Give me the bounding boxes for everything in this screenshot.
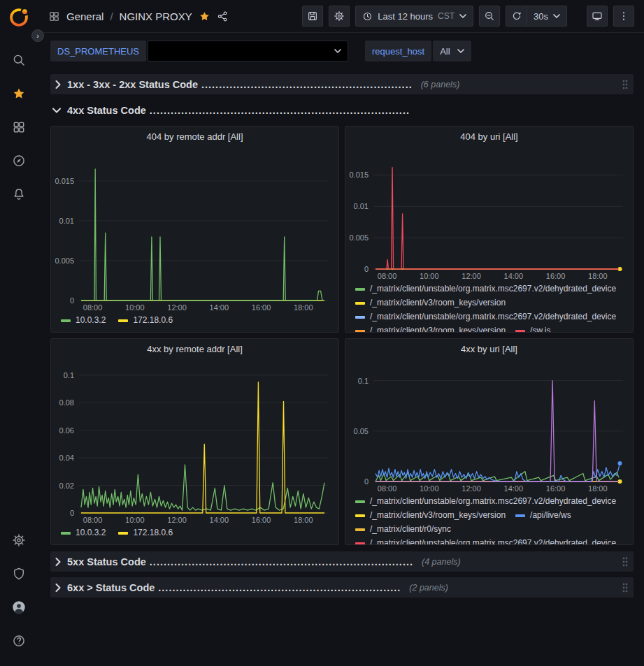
grafana-logo[interactable]: [8, 7, 29, 28]
legend-label: /_matrix/client/v3/room_keys/version: [370, 325, 506, 332]
row-title: 1xx - 3xx - 2xx Status Code: [67, 79, 198, 90]
legend-marker: [355, 514, 365, 517]
sidebar-item-explore[interactable]: [5, 147, 33, 175]
breadcrumb: General / NGINX PROXY: [48, 10, 229, 22]
save-icon: [307, 10, 318, 22]
breadcrumb-dashboard-title[interactable]: NGINX PROXY: [120, 10, 192, 22]
panel-title[interactable]: 4xx by remote addr [All]: [51, 339, 338, 360]
legend-item[interactable]: 10.0.3.2: [61, 527, 106, 539]
chart-canvas: 00.0050.010.01508:0010:0012:0014:0016:00…: [345, 147, 633, 282]
svg-text:18:00: 18:00: [294, 516, 313, 524]
legend-item[interactable]: /_matrix/client/unstable/org.matrix.msc2…: [355, 283, 616, 295]
save-dashboard-button[interactable]: [302, 6, 323, 27]
legend-item[interactable]: 10.0.3.2: [61, 314, 106, 326]
svg-text:10:00: 10:00: [420, 272, 439, 280]
legend-item[interactable]: /_matrix/client/unstable/org.matrix.msc2…: [355, 495, 616, 507]
svg-text:14:00: 14:00: [504, 272, 524, 280]
row-title: 5xx Status Code: [67, 556, 146, 567]
svg-text:12:00: 12:00: [461, 484, 481, 493]
dashboards-grid-icon: [12, 120, 26, 134]
refresh-button[interactable]: [506, 6, 527, 27]
svg-text:0.08: 0.08: [59, 398, 74, 407]
legend-item[interactable]: /_matrix/client/v3/room_keys/version: [355, 509, 506, 521]
legend-item[interactable]: /_matrix/client/v3/room_keys/version: [355, 297, 506, 309]
legend-item[interactable]: 172.18.0.6: [118, 527, 173, 539]
legend-item[interactable]: /_matrix/client/v3/room_keys/version: [355, 325, 506, 332]
refresh-interval-label: 30s: [534, 11, 548, 22]
sidebar-item-server-admin[interactable]: [5, 560, 33, 588]
request-host-value: All: [440, 46, 450, 57]
timeseries-chart[interactable]: 00.020.040.060.080.108:0010:0012:0014:00…: [51, 360, 338, 526]
row-header-4xx[interactable]: 4xx Status Code ........................…: [50, 100, 634, 120]
svg-text:18:00: 18:00: [588, 484, 608, 493]
datasource-select[interactable]: [148, 41, 348, 61]
chart-canvas: 00.050.108:0010:0012:0014:0016:0018:00: [345, 360, 633, 494]
legend-label: 172.18.0.6: [133, 527, 173, 539]
legend-label: /api/live/ws: [530, 509, 571, 521]
legend-marker: [515, 330, 525, 333]
legend-label: 10.0.3.2: [76, 527, 106, 539]
svg-text:08:00: 08:00: [378, 484, 397, 493]
breadcrumb-folder[interactable]: General: [66, 10, 103, 22]
row-header-1xx-3xx-2xx[interactable]: 1xx - 3xx - 2xx Status Code ............…: [50, 74, 634, 94]
panel-title[interactable]: 4xx by uri [All]: [345, 339, 633, 360]
search-button[interactable]: [5, 46, 33, 74]
sidebar-item-dashboards[interactable]: [5, 113, 33, 141]
panel-title[interactable]: 404 by remote addr [All]: [51, 126, 338, 147]
svg-text:0.01: 0.01: [59, 217, 74, 225]
svg-text:0.1: 0.1: [64, 371, 74, 379]
dashboard-settings-button[interactable]: [329, 6, 350, 27]
legend-item[interactable]: /sw.js: [515, 325, 550, 332]
legend-item[interactable]: /_matrix/client/unstable/org.matrix.msc2…: [355, 537, 616, 544]
timeseries-chart[interactable]: 00.050.108:0010:0012:0014:0016:0018:00: [345, 360, 633, 494]
kiosk-mode-button[interactable]: [587, 6, 608, 27]
zoom-out-button[interactable]: [479, 6, 500, 27]
refresh-interval-picker[interactable]: 30s: [527, 6, 567, 27]
chart-legend: /_matrix/client/unstable/org.matrix.msc2…: [345, 282, 633, 332]
sidebar-item-alerting[interactable]: [5, 180, 33, 208]
legend-label: /_matrix/client/unstable/org.matrix.msc2…: [370, 283, 616, 295]
legend-label: /_matrix/client/v3/room_keys/version: [370, 297, 506, 309]
more-menu-button[interactable]: [613, 6, 634, 27]
legend-item[interactable]: /api/live/ws: [515, 509, 571, 521]
legend-item[interactable]: /_matrix/client/r0/sync: [355, 523, 451, 535]
timeseries-chart[interactable]: 00.0050.010.01508:0010:0012:0014:0016:00…: [51, 147, 338, 313]
sidebar-item-help[interactable]: [5, 627, 33, 655]
svg-text:14:00: 14:00: [210, 516, 229, 524]
legend-item[interactable]: /_matrix/client/unstable/org.matrix.msc2…: [355, 311, 616, 323]
svg-text:10:00: 10:00: [125, 516, 145, 524]
row-header-5xx[interactable]: 5xx Status Code ........................…: [50, 551, 634, 572]
drag-handle-icon[interactable]: [622, 582, 629, 593]
panel-4xx-by-remote-addr: 4xx by remote addr [All] 00.020.040.060.…: [50, 338, 339, 545]
chart-canvas: 00.0050.010.01508:0010:0012:0014:0016:00…: [51, 147, 338, 313]
drag-handle-icon[interactable]: [622, 556, 629, 567]
chevron-right-icon: [55, 584, 61, 592]
row-header-6xx[interactable]: 6xx > Status Code ......................…: [50, 577, 634, 598]
grafana-app: › General / NGINX PROXY: [0, 0, 644, 666]
timeseries-chart[interactable]: 00.0050.010.01508:0010:0012:0014:0016:00…: [345, 147, 633, 282]
svg-text:12:00: 12:00: [167, 516, 187, 524]
legend-label: /_matrix/client/r0/sync: [370, 523, 451, 535]
sidebar-item-profile[interactable]: [5, 593, 33, 621]
favorite-star-icon[interactable]: [199, 10, 210, 22]
panel-404-by-uri: 404 by uri [All] 00.0050.010.01508:0010:…: [345, 126, 634, 333]
drag-handle-icon[interactable]: [622, 79, 629, 90]
sidebar-item-starred[interactable]: [5, 80, 33, 108]
chevron-right-icon: [55, 80, 61, 89]
row-panel-count: (4 panels): [422, 557, 461, 567]
svg-text:18:00: 18:00: [588, 272, 608, 280]
svg-text:0.015: 0.015: [349, 171, 368, 179]
request-host-select[interactable]: All: [433, 41, 471, 61]
time-range-picker[interactable]: Last 12 hours CST: [355, 6, 473, 27]
sidebar-item-configuration[interactable]: [5, 526, 33, 554]
svg-text:16:00: 16:00: [546, 272, 566, 280]
row-title: 6xx > Status Code: [67, 582, 155, 593]
chart-legend: 10.0.3.2172.18.0.6: [51, 526, 338, 544]
row-title: 4xx Status Code: [67, 105, 146, 116]
user-avatar: [11, 600, 27, 615]
dashboard-body: 1xx - 3xx - 2xx Status Code ............…: [37, 68, 644, 666]
share-icon[interactable]: [217, 10, 229, 22]
sidebar-expand-chevron[interactable]: ›: [31, 29, 44, 42]
legend-item[interactable]: 172.18.0.6: [118, 314, 173, 326]
panel-title[interactable]: 404 by uri [All]: [345, 126, 633, 147]
